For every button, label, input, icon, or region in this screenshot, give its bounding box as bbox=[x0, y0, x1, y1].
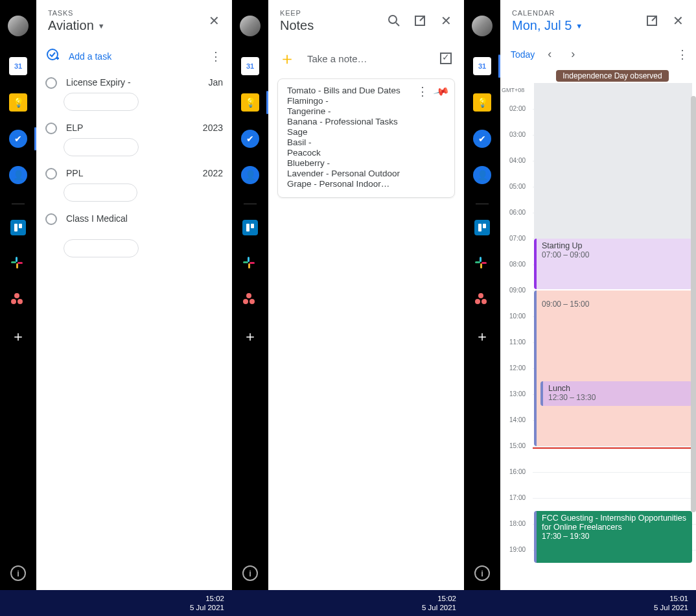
contacts-app-icon[interactable]: 👤 bbox=[470, 163, 494, 187]
trello-app-icon[interactable] bbox=[238, 216, 262, 239]
task-item[interactable]: Class I Medical bbox=[43, 208, 226, 226]
task-date-chip[interactable] bbox=[64, 93, 139, 111]
pin-icon[interactable]: 📌 bbox=[433, 83, 450, 100]
search-icon[interactable] bbox=[386, 13, 402, 29]
add-app-icon[interactable]: ＋ bbox=[6, 325, 30, 348]
tasks-app-icon[interactable]: ✔ bbox=[470, 127, 494, 150]
clock: 15:02 5 Jul 2021 bbox=[0, 590, 232, 616]
slack-app-icon[interactable] bbox=[470, 252, 494, 276]
task-item[interactable]: License Expiry -Jan bbox=[43, 72, 226, 90]
calendar-event[interactable]: FCC Guesting - Internship Opportunities … bbox=[534, 511, 692, 563]
keep-app-icon[interactable]: 💡 bbox=[6, 91, 30, 114]
hour-label: 09:00 bbox=[509, 287, 526, 294]
trello-app-icon[interactable] bbox=[6, 216, 30, 239]
contacts-app-icon[interactable]: 👤 bbox=[6, 163, 30, 187]
trello-app-icon[interactable] bbox=[470, 216, 494, 239]
allday-event[interactable]: Independence Day observed bbox=[556, 70, 668, 82]
panel-eyebrow: CALENDAR bbox=[512, 9, 644, 17]
add-task-icon bbox=[47, 49, 60, 64]
caret-down-icon: ▼ bbox=[575, 22, 583, 30]
task-date-chip[interactable] bbox=[64, 138, 139, 156]
svg-rect-16 bbox=[248, 263, 250, 268]
calendar-app-icon[interactable]: 31 bbox=[470, 54, 494, 78]
hour-line bbox=[533, 472, 696, 473]
info-icon[interactable]: i bbox=[10, 565, 26, 581]
more-icon[interactable]: ⋮ bbox=[677, 47, 688, 62]
keep-app-icon[interactable]: 💡 bbox=[470, 91, 494, 114]
task-item[interactable]: PPL2022 bbox=[43, 163, 226, 181]
svg-rect-2 bbox=[16, 257, 17, 262]
avatar[interactable] bbox=[472, 16, 493, 36]
hour-label: 05:00 bbox=[509, 183, 526, 190]
calendar-event[interactable]: Lunch 12:30 – 13:30 bbox=[540, 381, 692, 406]
asana-app-icon[interactable] bbox=[470, 289, 494, 312]
info-icon[interactable]: i bbox=[474, 565, 490, 581]
svg-point-31 bbox=[478, 293, 483, 298]
open-external-icon[interactable] bbox=[412, 13, 428, 29]
asana-app-icon[interactable] bbox=[238, 289, 262, 312]
divider bbox=[476, 204, 489, 204]
clock-time: 15:02 bbox=[205, 594, 224, 603]
svg-rect-15 bbox=[243, 261, 248, 263]
open-external-icon[interactable] bbox=[644, 13, 660, 29]
svg-rect-26 bbox=[483, 224, 486, 228]
svg-rect-4 bbox=[16, 263, 18, 268]
panel-eyebrow: TASKS bbox=[48, 9, 206, 17]
svg-rect-27 bbox=[480, 257, 481, 262]
more-icon[interactable]: ⋮ bbox=[210, 49, 222, 64]
task-checkbox[interactable] bbox=[45, 168, 57, 180]
task-date-chip[interactable] bbox=[64, 184, 137, 202]
add-app-icon[interactable]: ＋ bbox=[238, 325, 262, 348]
task-checkbox[interactable] bbox=[45, 123, 57, 134]
svg-point-32 bbox=[475, 299, 480, 304]
avatar[interactable] bbox=[240, 16, 261, 36]
hour-label: 17:00 bbox=[509, 494, 526, 501]
info-icon[interactable]: i bbox=[242, 565, 258, 581]
slack-app-icon[interactable] bbox=[6, 252, 30, 276]
hour-label: 13:00 bbox=[509, 390, 526, 397]
add-app-icon[interactable]: ＋ bbox=[470, 325, 494, 348]
task-right: 2022 bbox=[203, 168, 223, 178]
hour-label: 03:00 bbox=[509, 131, 526, 138]
contacts-app-icon[interactable]: 👤 bbox=[238, 163, 262, 187]
slack-app-icon[interactable] bbox=[238, 252, 262, 276]
hour-line bbox=[533, 498, 696, 499]
tasks-app-icon[interactable]: ✔ bbox=[238, 127, 262, 150]
note-line: Grape - Personal Indoor… bbox=[287, 179, 445, 189]
task-right: Jan bbox=[208, 77, 223, 88]
task-item[interactable]: ELP2023 bbox=[43, 117, 226, 136]
add-task-button[interactable]: Add a task bbox=[47, 49, 111, 64]
hour-row[interactable]: 16:00 bbox=[500, 472, 696, 498]
close-icon[interactable]: ✕ bbox=[206, 13, 222, 29]
asana-app-icon[interactable] bbox=[6, 289, 30, 312]
calendar-event[interactable]: Starting Up 07:00 – 09:00 bbox=[534, 239, 692, 289]
task-date-chip[interactable] bbox=[64, 239, 139, 257]
close-icon[interactable]: ✕ bbox=[670, 13, 686, 29]
svg-rect-25 bbox=[478, 224, 481, 231]
task-checkbox[interactable] bbox=[45, 213, 57, 225]
calendar-date-selector[interactable]: Mon, Jul 5 ▼ bbox=[512, 18, 644, 33]
prev-day-icon[interactable]: ‹ bbox=[541, 45, 558, 64]
keep-app-icon[interactable]: 💡 bbox=[238, 91, 262, 114]
divider bbox=[244, 204, 257, 204]
tasks-list-selector[interactable]: Aviation ▼ bbox=[48, 18, 206, 33]
hour-label: 15:00 bbox=[509, 442, 526, 449]
scrollbar[interactable] bbox=[691, 96, 696, 512]
note-more-icon[interactable]: ⋮ bbox=[417, 84, 428, 99]
task-checkbox[interactable] bbox=[45, 77, 57, 89]
hour-row[interactable]: 15:00 bbox=[500, 446, 696, 472]
new-list-icon[interactable] bbox=[438, 51, 454, 66]
calendar-app-icon[interactable]: 31 bbox=[6, 54, 30, 78]
tasks-app-icon[interactable]: ✔ bbox=[6, 127, 30, 150]
calendar-event[interactable]: 09:00 – 15:00 bbox=[534, 290, 692, 446]
next-day-icon[interactable]: › bbox=[564, 45, 581, 64]
today-button[interactable]: Today bbox=[511, 49, 535, 60]
take-note-button[interactable]: ＋ Take a note… bbox=[279, 50, 367, 67]
take-note-label: Take a note… bbox=[307, 53, 367, 64]
close-icon[interactable]: ✕ bbox=[438, 13, 454, 29]
svg-point-19 bbox=[243, 299, 248, 304]
calendar-app-icon[interactable]: 31 bbox=[238, 54, 262, 78]
svg-rect-14 bbox=[248, 257, 249, 262]
note-card[interactable]: ⋮ 📌 Tomato - Bills and Due Dates Flaming… bbox=[277, 78, 455, 198]
avatar[interactable] bbox=[8, 16, 29, 36]
